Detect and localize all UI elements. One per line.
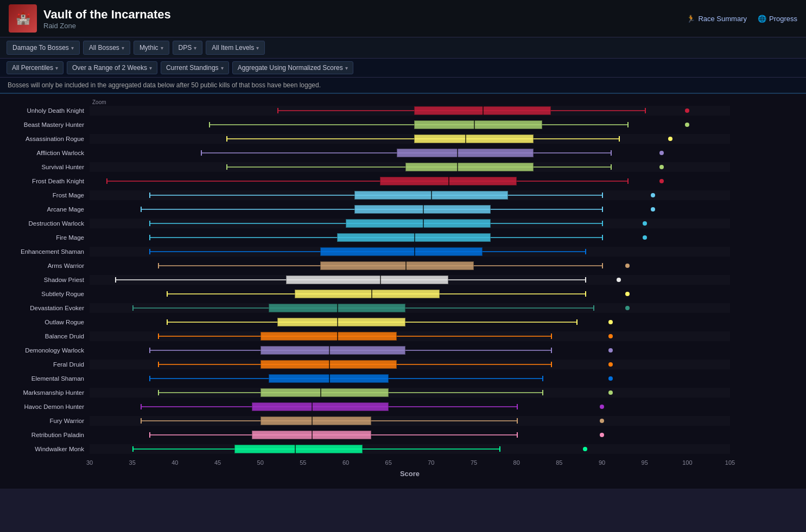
notice-bar: Bosses will only be included in the aggr… <box>0 78 806 94</box>
spec-row: Outlaw Rogue <box>0 315 806 329</box>
raid-icon: 🏰 <box>9 4 37 33</box>
aggregate-button[interactable]: Aggregate Using Normalized Scores ▾ <box>232 61 353 74</box>
spec-row: Survival Hunter <box>0 160 806 174</box>
spec-chart-area <box>90 162 730 172</box>
spec-chart-area <box>90 430 730 440</box>
iqr-box <box>346 219 491 228</box>
whisker-cap <box>226 136 227 142</box>
whisker-cap <box>106 178 107 184</box>
spec-label: Arms Warrior <box>0 262 90 269</box>
whisker-line <box>106 181 627 182</box>
spec-chart-area <box>90 176 730 186</box>
iqr-box <box>295 290 440 298</box>
median-line <box>312 416 313 425</box>
whisker-cap <box>141 207 142 212</box>
x-tick-label: 70 <box>428 459 434 466</box>
outlier-dot <box>600 405 604 409</box>
chevron-down-icon: ▾ <box>194 45 196 51</box>
outlier-dot <box>668 137 672 141</box>
spec-row: Havoc Demon Hunter <box>0 400 806 414</box>
whisker-cap <box>517 432 518 438</box>
outlier-dot <box>600 419 604 423</box>
spec-label: Retribution Paladin <box>0 432 90 438</box>
spec-chart-area <box>90 148 730 158</box>
outlier-dot <box>617 278 621 282</box>
dps-button[interactable]: DPS ▾ <box>173 41 203 55</box>
whisker-cap <box>149 376 150 381</box>
whisker-cap <box>611 150 612 156</box>
spec-label: Arcane Mage <box>0 206 90 213</box>
iqr-box <box>261 346 405 355</box>
spec-row: Elemental Shaman <box>0 371 806 386</box>
header-left: 🏰 Vault of the Incarnates Raid Zone <box>9 4 171 33</box>
header: 🏰 Vault of the Incarnates Raid Zone 🏃 Ra… <box>0 0 806 37</box>
spec-label: Affliction Warlock <box>0 150 90 156</box>
damage-bosses-button[interactable]: Damage To Bosses ▾ <box>7 41 80 55</box>
spec-chart-area <box>90 247 730 257</box>
median-line <box>423 205 424 214</box>
whisker-cap <box>141 404 142 409</box>
outlier-dot <box>685 123 689 127</box>
iqr-box <box>234 445 363 453</box>
iqr-box <box>261 388 389 397</box>
whisker-cap <box>149 348 150 353</box>
whisker-cap <box>627 178 629 184</box>
spec-chart-area <box>90 219 730 228</box>
whisker-cap <box>517 404 518 409</box>
spec-label: Outlaw Rogue <box>0 319 90 325</box>
iqr-box <box>414 134 534 143</box>
iqr-box <box>286 275 448 284</box>
whisker-cap <box>602 193 603 198</box>
spec-chart-area <box>90 261 730 271</box>
spec-chart-area <box>90 374 730 383</box>
outlier-dot <box>685 108 689 113</box>
standings-button[interactable]: Current Standings ▾ <box>161 61 229 74</box>
weeks-button[interactable]: Over a Range of 2 Weeks ▾ <box>67 61 157 74</box>
spec-label: Assassination Rogue <box>0 136 90 142</box>
race-summary-link[interactable]: 🏃 Race Summary <box>687 15 747 23</box>
spec-chart-area <box>90 289 730 299</box>
chevron-down-icon: ▾ <box>149 65 152 71</box>
median-line <box>312 402 313 411</box>
whisker-cap <box>611 164 612 170</box>
spec-label: Subtlety Rogue <box>0 291 90 297</box>
progress-link[interactable]: 🌐 Progress <box>758 15 797 23</box>
spec-label: Frost Mage <box>0 192 90 198</box>
whisker-cap <box>149 193 150 198</box>
item-levels-button[interactable]: All Item Levels ▾ <box>206 41 265 55</box>
globe-icon: 🌐 <box>758 15 766 23</box>
x-tick-label: 75 <box>471 459 477 466</box>
page-subtitle: Raid Zone <box>43 22 171 30</box>
x-tick-label: 100 <box>682 459 692 466</box>
percentiles-button[interactable]: All Percentiles ▾ <box>7 61 64 74</box>
x-tick-label: 55 <box>300 459 306 466</box>
all-bosses-button[interactable]: All Bosses ▾ <box>83 41 130 55</box>
chevron-down-icon: ▾ <box>221 65 224 71</box>
chevron-down-icon: ▾ <box>161 45 163 51</box>
spec-label: Marksmanship Hunter <box>0 389 90 396</box>
iqr-box <box>397 149 534 157</box>
outlier-dot <box>625 264 630 268</box>
iqr-box <box>405 163 534 171</box>
whisker-cap <box>542 376 543 381</box>
spec-row: Destruction Warlock <box>0 216 806 230</box>
spec-chart-area <box>90 388 730 398</box>
spec-label: Windwalker Monk <box>0 446 90 452</box>
outlier-dot <box>600 433 604 437</box>
chart-body: Unholy Death KnightBeast Mastery HunterA… <box>0 99 806 478</box>
whisker-cap <box>277 108 278 113</box>
whisker-cap <box>517 418 518 424</box>
page-title: Vault of the Incarnates <box>43 8 171 22</box>
x-tick-label: 60 <box>342 459 349 466</box>
chevron-down-icon: ▾ <box>256 45 259 51</box>
x-tick-label: 50 <box>257 459 264 466</box>
spec-label: Unholy Death Knight <box>0 107 90 114</box>
outlier-dot <box>583 447 587 451</box>
median-line <box>312 431 313 439</box>
spec-row: Subtlety Rogue <box>0 287 806 301</box>
whisker-cap <box>602 263 603 268</box>
spec-row: Retribution Paladin <box>0 428 806 442</box>
mythic-button[interactable]: Mythic ▾ <box>134 41 169 55</box>
median-line <box>423 219 424 228</box>
iqr-box <box>320 247 483 256</box>
